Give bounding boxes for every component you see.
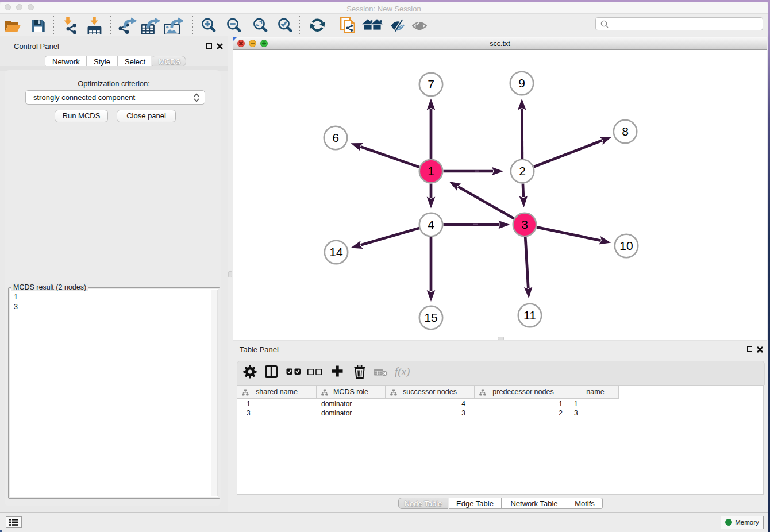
svg-text:1: 1 <box>428 164 434 178</box>
svg-text:6: 6 <box>332 131 339 144</box>
svg-text:11: 11 <box>523 309 536 322</box>
svg-text:3: 3 <box>521 218 528 231</box>
svg-text:2: 2 <box>519 164 526 178</box>
svg-text:10: 10 <box>619 239 633 252</box>
svg-text:15: 15 <box>424 311 437 324</box>
svg-text:14: 14 <box>329 245 343 259</box>
svg-text:7: 7 <box>428 78 434 91</box>
svg-text:8: 8 <box>622 125 629 138</box>
svg-text:4: 4 <box>428 218 434 231</box>
svg-text:9: 9 <box>518 76 525 90</box>
